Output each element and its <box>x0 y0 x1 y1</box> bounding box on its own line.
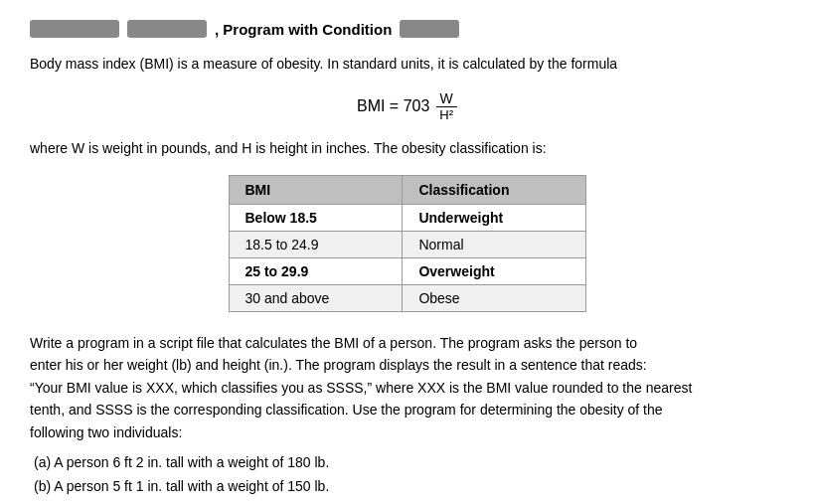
list-items: (a) A person 6 ft 2 in. tall with a weig… <box>34 451 784 499</box>
table-row: Below 18.5Underweight <box>229 205 585 232</box>
table-row: 25 to 29.9Overweight <box>229 258 585 285</box>
table-cell-classification: Normal <box>403 232 585 258</box>
header-blur-1 <box>30 20 119 38</box>
col-bmi: BMI <box>229 176 403 205</box>
table-cell-classification: Underweight <box>403 205 585 232</box>
where-text: where W is weight in pounds, and H is he… <box>30 138 784 159</box>
formula-denominator: H² <box>435 107 457 122</box>
table-cell-bmi: 18.5 to 24.9 <box>229 232 403 258</box>
description-block: Write a program in a script file that ca… <box>30 332 784 443</box>
table-cell-bmi: Below 18.5 <box>229 205 403 232</box>
header-title: , Program with Condition <box>215 21 392 38</box>
table-row: 18.5 to 24.9Normal <box>229 232 585 258</box>
desc-line5: following two individuals: <box>30 424 182 440</box>
intro-text: Body mass index (BMI) is a measure of ob… <box>30 54 784 75</box>
desc-line3: “Your BMI value is XXX, which classifies… <box>30 380 692 396</box>
header-blur-2 <box>127 20 207 38</box>
desc-line2: enter his or her weight (lb) and height … <box>30 357 647 373</box>
formula-container: BMI = 703 W H² <box>30 90 784 122</box>
formula: BMI = 703 W H² <box>357 90 457 122</box>
table-cell-bmi: 25 to 29.9 <box>229 258 403 285</box>
formula-numerator: W <box>436 90 457 107</box>
formula-lhs: BMI = 703 <box>357 97 429 115</box>
table-cell-bmi: 30 and above <box>229 285 403 312</box>
table-cell-classification: Obese <box>403 285 585 312</box>
col-classification: Classification <box>403 176 585 205</box>
bmi-table: BMI Classification Below 18.5Underweight… <box>229 175 586 312</box>
table-row: 30 and aboveObese <box>229 285 585 312</box>
formula-fraction: W H² <box>435 90 457 122</box>
table-cell-classification: Overweight <box>403 258 585 285</box>
page-header: , Program with Condition <box>30 20 784 38</box>
table-header-row: BMI Classification <box>229 176 585 205</box>
desc-line4: tenth, and SSSS is the corresponding cla… <box>30 402 663 418</box>
list-item-a: (a) A person 6 ft 2 in. tall with a weig… <box>34 451 784 475</box>
list-item-b: (b) A person 5 ft 1 in. tall with a weig… <box>34 475 784 499</box>
header-blur-3 <box>400 20 459 38</box>
desc-line1: Write a program in a script file that ca… <box>30 335 637 351</box>
